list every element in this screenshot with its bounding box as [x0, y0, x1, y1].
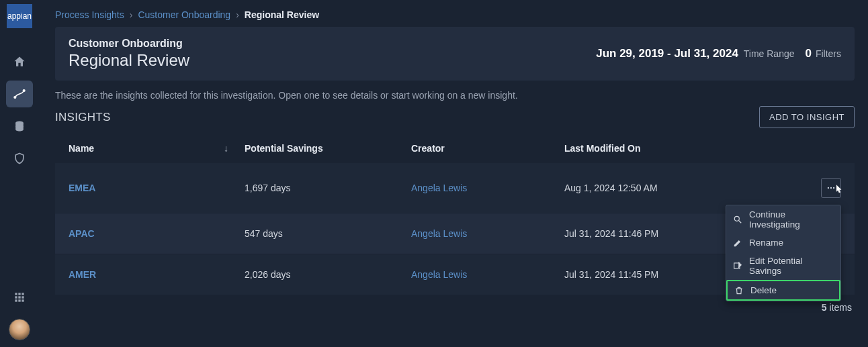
time-range-label: Time Range — [744, 48, 795, 59]
add-to-insight-button[interactable]: ADD TO INSIGHT — [759, 106, 855, 128]
edit-icon — [733, 261, 742, 270]
items-label: items — [830, 302, 852, 313]
section-title: INSIGHTS — [55, 111, 111, 124]
breadcrumb-sep: › — [130, 9, 133, 20]
breadcrumb-link-0[interactable]: Process Insights — [55, 9, 124, 20]
col-savings[interactable]: Potential Savings — [245, 143, 411, 154]
search-icon — [733, 215, 742, 224]
svg-rect-11 — [21, 299, 24, 301]
filters-count: 0 — [806, 47, 812, 60]
col-name[interactable]: Name ↓ — [69, 143, 245, 154]
table-header: Name ↓ Potential Savings Creator Last Mo… — [55, 134, 855, 163]
svg-rect-9 — [15, 299, 17, 301]
row-savings: 547 days — [245, 228, 411, 239]
time-range-value: Jun 29, 2019 - Jul 31, 2024 — [596, 47, 738, 60]
row-name-link[interactable]: AMER — [69, 269, 96, 280]
col-name-label: Name — [69, 143, 94, 154]
menu-rename[interactable]: Rename — [726, 234, 840, 252]
svg-point-12 — [828, 187, 829, 189]
cursor-icon — [832, 183, 844, 195]
apps-icon[interactable] — [6, 284, 33, 311]
database-icon[interactable] — [6, 113, 33, 140]
svg-rect-4 — [18, 293, 20, 295]
sidebar: appian — [0, 0, 39, 347]
row-creator-link[interactable]: Angela Lewis — [411, 269, 467, 280]
row-savings: 1,697 days — [245, 183, 411, 193]
svg-point-15 — [734, 216, 739, 221]
header-card: Customer Onboarding Regional Review Jun … — [55, 27, 855, 81]
avatar[interactable] — [9, 319, 30, 340]
shield-icon[interactable] — [6, 145, 33, 172]
row-modified: Aug 1, 2024 12:50 AM — [564, 183, 752, 193]
process-icon[interactable] — [6, 81, 33, 107]
logo: appian — [7, 4, 32, 28]
row-name-link[interactable]: EMEA — [69, 183, 95, 193]
svg-rect-10 — [18, 299, 20, 301]
menu-label: Rename — [749, 238, 783, 248]
menu-edit-savings[interactable]: Edit Potential Savings — [726, 252, 840, 280]
col-modified[interactable]: Last Modified On — [564, 143, 752, 154]
items-count: 5 — [822, 302, 827, 313]
breadcrumb-link-1[interactable]: Customer Onboarding — [138, 9, 230, 20]
filters[interactable]: 0 Filters — [806, 47, 841, 60]
row-name-link[interactable]: APAC — [69, 228, 95, 239]
menu-label: Continue Investigating — [749, 209, 834, 230]
menu-continue-investigating[interactable]: Continue Investigating — [726, 205, 840, 234]
menu-label: Delete — [750, 285, 777, 295]
header-subtitle: Customer Onboarding — [69, 38, 189, 50]
menu-label: Edit Potential Savings — [749, 256, 834, 276]
svg-rect-6 — [15, 296, 17, 298]
time-range[interactable]: Jun 29, 2019 - Jul 31, 2024 Time Range — [596, 47, 794, 60]
row-modified: Jul 31, 2024 11:46 PM — [564, 228, 752, 239]
row-creator-link[interactable]: Angela Lewis — [411, 228, 467, 239]
breadcrumb: Process Insights › Customer Onboarding ›… — [55, 9, 855, 20]
breadcrumb-current: Regional Review — [245, 9, 319, 20]
svg-point-0 — [14, 97, 16, 99]
row-creator-link[interactable]: Angela Lewis — [411, 183, 467, 193]
context-menu: Continue Investigating Rename Edit Poten… — [726, 205, 841, 301]
svg-rect-3 — [15, 293, 17, 295]
trash-icon — [734, 286, 744, 295]
svg-rect-8 — [21, 296, 24, 298]
nav-icons — [6, 48, 33, 172]
sort-desc-icon: ↓ — [224, 143, 228, 154]
svg-point-1 — [23, 90, 24, 92]
page-title: Regional Review — [69, 51, 189, 70]
row-modified: Jul 31, 2024 11:45 PM — [564, 269, 752, 280]
svg-line-16 — [739, 221, 742, 224]
home-icon[interactable] — [6, 48, 33, 75]
pencil-icon — [733, 238, 742, 248]
col-creator[interactable]: Creator — [411, 143, 564, 154]
filters-label: Filters — [816, 48, 841, 59]
row-actions-button[interactable] — [821, 178, 841, 198]
description: These are the insights collected for thi… — [55, 90, 855, 101]
svg-rect-5 — [21, 293, 24, 295]
svg-point-13 — [830, 187, 832, 189]
svg-rect-7 — [18, 296, 20, 298]
row-savings: 2,026 days — [245, 269, 411, 280]
breadcrumb-sep: › — [236, 9, 239, 20]
menu-delete[interactable]: Delete — [726, 280, 840, 301]
